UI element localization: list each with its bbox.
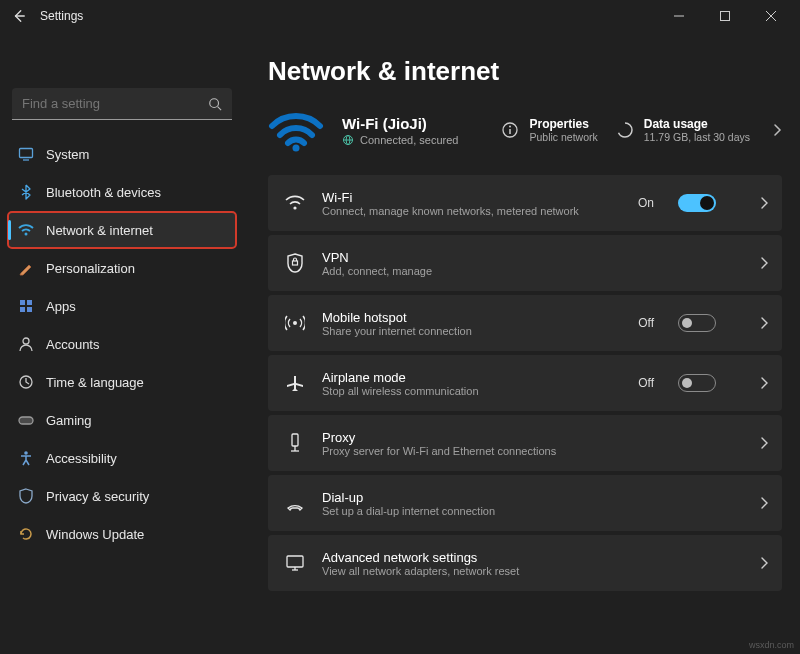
sidebar-item-network[interactable]: Network & internet: [8, 212, 236, 248]
card-wifi[interactable]: Wi-FiConnect, manage known networks, met…: [268, 175, 782, 231]
minimize-button[interactable]: [656, 0, 702, 32]
titlebar: Settings: [0, 0, 800, 32]
sidebar-item-gaming[interactable]: Gaming: [8, 402, 236, 438]
maximize-button[interactable]: [702, 0, 748, 32]
card-advanced[interactable]: Advanced network settingsView all networ…: [268, 535, 782, 591]
sidebar-item-time[interactable]: Time & language: [8, 364, 236, 400]
card-hotspot[interactable]: Mobile hotspotShare your internet connec…: [268, 295, 782, 351]
wifi-signal-icon: [268, 107, 324, 153]
sidebar-item-label: System: [46, 147, 89, 162]
sidebar-item-apps[interactable]: Apps: [8, 288, 236, 324]
vpn-icon: [284, 252, 306, 274]
airplane-icon: [284, 372, 306, 394]
svg-point-9: [25, 233, 28, 236]
network-status-row: Wi-Fi (JioJi) Connected, secured Propert…: [268, 107, 782, 153]
bluetooth-icon: [18, 184, 34, 200]
watermark: wsxdn.com: [749, 640, 794, 650]
apps-icon: [18, 298, 34, 314]
svg-rect-12: [20, 307, 25, 312]
svg-point-18: [293, 145, 300, 152]
svg-rect-16: [19, 417, 33, 424]
sidebar: SystemBluetooth & devicesNetwork & inter…: [0, 32, 244, 654]
search-box[interactable]: [12, 88, 232, 120]
data-usage-title: Data usage: [644, 117, 750, 131]
svg-point-28: [293, 321, 297, 325]
data-usage-subtitle: 11.79 GB, last 30 days: [644, 131, 750, 143]
card-title: Proxy: [322, 430, 716, 445]
card-dialup[interactable]: Dial-upSet up a dial-up internet connect…: [268, 475, 782, 531]
card-subtitle: Stop all wireless communication: [322, 385, 622, 397]
svg-line-6: [218, 106, 222, 110]
sidebar-item-label: Windows Update: [46, 527, 144, 542]
sidebar-item-label: Accounts: [46, 337, 99, 352]
sidebar-item-label: Personalization: [46, 261, 135, 276]
svg-rect-2: [721, 12, 730, 21]
svg-rect-27: [293, 261, 298, 265]
hotspot-icon: [284, 312, 306, 334]
back-button[interactable]: [6, 3, 32, 29]
card-airplane[interactable]: Airplane modeStop all wireless communica…: [268, 355, 782, 411]
card-title: Airplane mode: [322, 370, 622, 385]
sidebar-item-personalization[interactable]: Personalization: [8, 250, 236, 286]
sidebar-item-system[interactable]: System: [8, 136, 236, 172]
properties-subtitle: Public network: [529, 131, 597, 143]
card-title: Advanced network settings: [322, 550, 716, 565]
update-icon: [18, 526, 34, 542]
card-subtitle: Proxy server for Wi-Fi and Ethernet conn…: [322, 445, 716, 457]
card-subtitle: View all network adapters, network reset: [322, 565, 716, 577]
airplane-toggle[interactable]: [678, 374, 716, 392]
wifi-icon: [284, 192, 306, 214]
card-subtitle: Share your internet connection: [322, 325, 622, 337]
card-state: On: [638, 196, 654, 210]
svg-rect-11: [27, 300, 32, 305]
sidebar-item-label: Privacy & security: [46, 489, 149, 504]
card-title: Dial-up: [322, 490, 716, 505]
data-usage-icon: [616, 121, 634, 139]
sidebar-item-label: Network & internet: [46, 223, 153, 238]
hotspot-toggle[interactable]: [678, 314, 716, 332]
accounts-icon: [18, 336, 34, 352]
sidebar-item-privacy[interactable]: Privacy & security: [8, 478, 236, 514]
svg-point-26: [293, 206, 296, 209]
search-icon: [208, 97, 222, 111]
window-title: Settings: [40, 9, 656, 23]
card-proxy[interactable]: ProxyProxy server for Wi-Fi and Ethernet…: [268, 415, 782, 471]
sidebar-item-accessibility[interactable]: Accessibility: [8, 440, 236, 476]
card-state: Off: [638, 316, 654, 330]
sidebar-item-label: Accessibility: [46, 451, 117, 466]
sidebar-item-accounts[interactable]: Accounts: [8, 326, 236, 362]
svg-point-25: [618, 123, 632, 137]
chevron-right-icon: [760, 377, 768, 389]
close-button[interactable]: [748, 0, 794, 32]
card-title: Mobile hotspot: [322, 310, 622, 325]
sidebar-item-bluetooth[interactable]: Bluetooth & devices: [8, 174, 236, 210]
sidebar-item-label: Bluetooth & devices: [46, 185, 161, 200]
properties-button[interactable]: Properties Public network: [501, 117, 597, 143]
main-content: Network & internet Wi-Fi (JioJi) Connect…: [244, 32, 800, 654]
svg-rect-7: [20, 149, 33, 158]
card-vpn[interactable]: VPNAdd, connect, manage: [268, 235, 782, 291]
time-icon: [18, 374, 34, 390]
dialup-icon: [284, 492, 306, 514]
globe-icon: [342, 134, 354, 146]
page-title: Network & internet: [268, 56, 782, 87]
svg-rect-10: [20, 300, 25, 305]
status-chevron[interactable]: [772, 123, 782, 137]
properties-title: Properties: [529, 117, 597, 131]
advanced-icon: [284, 552, 306, 574]
card-state: Off: [638, 376, 654, 390]
svg-point-23: [509, 126, 511, 128]
wifi-toggle[interactable]: [678, 194, 716, 212]
card-title: Wi-Fi: [322, 190, 622, 205]
close-icon: [766, 11, 776, 21]
info-icon: [501, 121, 519, 139]
network-icon: [18, 222, 34, 238]
svg-rect-13: [27, 307, 32, 312]
sidebar-item-label: Gaming: [46, 413, 92, 428]
chevron-right-icon: [760, 317, 768, 329]
svg-point-17: [24, 451, 28, 455]
data-usage-button[interactable]: Data usage 11.79 GB, last 30 days: [616, 117, 750, 143]
card-subtitle: Add, connect, manage: [322, 265, 716, 277]
sidebar-item-update[interactable]: Windows Update: [8, 516, 236, 552]
search-input[interactable]: [22, 96, 208, 111]
